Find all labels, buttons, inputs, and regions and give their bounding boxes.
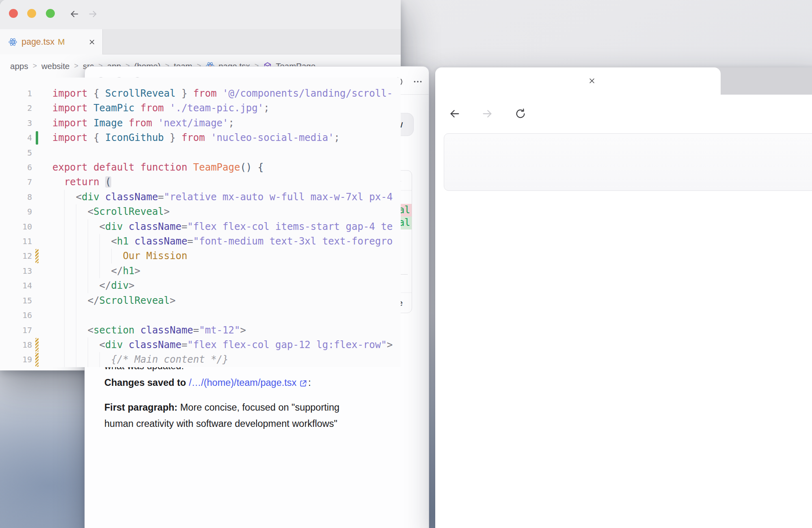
editor-tab-pagetsx[interactable]: page.tsx M [0,29,103,54]
line-number: 7 [0,175,32,189]
code-line[interactable]: 4import { IconGithub } from 'nucleo-soci… [0,130,401,145]
code-line[interactable]: 12 Our Mission [0,249,401,263]
gutter [32,160,39,175]
gutter [32,86,39,101]
editor-titlebar[interactable] [0,0,401,29]
close-button[interactable] [9,9,18,18]
browser-tab[interactable] [435,67,721,95]
code-text: import TeamPic from './team-pic.jpg'; [39,101,401,115]
line-number: 12 [0,249,32,263]
reload-button[interactable] [514,107,527,120]
editor-back-button[interactable] [69,8,80,19]
breadcrumb-item[interactable]: apps [10,61,28,71]
code-line[interactable]: 10 <div className="flex flex-col items-s… [0,219,401,234]
desktop: Made my changes, please write it into th… [0,0,812,528]
tab-file-name: page.tsx [22,37,54,47]
minimize-button[interactable] [27,9,36,18]
code-line[interactable]: 9 <ScrollReveal> [0,204,401,219]
editor-forward-button[interactable] [87,8,98,19]
code-line[interactable]: 7 return ( [0,175,401,189]
gutter [32,145,39,160]
chevron-right-separator: > [32,62,37,70]
line-number: 18 [0,338,32,352]
code-line[interactable]: 18 <div className="flex flex-col gap-12 … [0,338,401,352]
code-text: return ( [39,175,401,189]
code-line[interactable]: 13 </h1> [0,264,401,278]
code-line[interactable]: 11 <h1 className="font-medium text-3xl t… [0,234,401,249]
line-number: 8 [0,190,32,204]
code-area[interactable]: 1import { ScrollReveal } from '@/compone… [0,78,401,367]
code-line[interactable]: 15 </ScrollReveal> [0,293,401,308]
code-text: </ScrollReveal> [39,293,401,308]
forward-button[interactable] [481,107,494,120]
code-text: <h1 className="font-medium text-3xl text… [39,234,401,249]
changes-saved-label: Changes saved to [104,374,186,391]
code-text: <div className="flex flex-col items-star… [39,219,401,234]
first-paragraph-text: More concise, focused on "supporting [177,402,339,413]
reload-icon [514,108,527,120]
line-number: 19 [0,352,32,367]
line-number: 16 [0,308,32,322]
editor-tab-bar: page.tsx M [0,29,401,54]
back-arrow-icon [69,9,80,19]
code-line[interactable]: 3import Image from 'next/image'; [0,116,401,130]
close-tab-button[interactable] [88,38,96,46]
line-number: 1 [0,86,32,101]
close-tab-button[interactable] [586,75,598,87]
forward-arrow-icon [481,107,494,120]
modified-badge: M [58,37,65,47]
line-number: 11 [0,234,32,249]
back-button[interactable] [448,107,461,120]
external-link-icon[interactable] [299,379,307,387]
line-number: 2 [0,101,32,115]
line-number: 5 [0,145,32,160]
gutter [32,308,39,322]
gutter [32,219,39,234]
code-text: Our Mission [39,249,401,263]
gutter [32,234,39,249]
git-modified-indicator [32,352,39,367]
line-number: 6 [0,160,32,175]
react-file-icon [8,37,17,47]
line-number: 13 [0,264,32,278]
browser-content [435,133,812,528]
close-icon [588,77,596,85]
gutter [32,293,39,308]
code-line[interactable]: 16 [0,308,401,322]
code-text: </h1> [39,264,401,278]
code-line[interactable]: 5 [0,145,401,160]
code-text: {/* Main content */} [39,352,401,367]
code-line[interactable]: 8 <div className="relative mx-auto w-ful… [0,190,401,204]
file-link[interactable]: /…/(home)/team/page.tsx [189,374,296,391]
gutter [32,175,39,189]
gutter [32,101,39,115]
gutter [32,264,39,278]
line-number: 10 [0,219,32,234]
code-text: <div className="flex flex-col gap-12 lg:… [39,338,401,352]
code-text: export default function TeamPage() { [39,160,401,175]
code-line[interactable]: 14 </div> [0,278,401,293]
code-text: <section className="mt-12"> [39,323,401,338]
code-line[interactable]: 17 <section className="mt-12"> [0,323,401,338]
colon-text: : [308,374,311,391]
code-text: </div> [39,278,401,293]
code-line[interactable]: 1import { ScrollReveal } from '@/compone… [0,86,401,101]
code-text: <ScrollReveal> [39,204,401,219]
breadcrumb-item[interactable]: website [41,61,70,71]
chevron-right-separator: > [74,62,79,70]
line-number: 9 [0,204,32,219]
code-line[interactable]: 6export default function TeamPage() { [0,160,401,175]
more-icon [412,76,423,87]
git-modified-indicator [32,249,39,263]
code-line[interactable]: 19 {/* Main content */} [0,352,401,367]
browser-window [435,67,812,528]
code-line[interactable]: 2import TeamPic from './team-pic.jpg'; [0,101,401,115]
code-text [39,308,401,322]
code-editor-window: page.tsx M apps>website>src>app>(home)>t… [0,0,401,370]
browser-page-panel [444,133,812,191]
gutter [32,116,39,130]
zoom-button[interactable] [46,9,55,18]
more-options-button[interactable] [412,76,424,88]
code-text: import { IconGithub } from 'nucleo-socia… [39,130,401,145]
line-number: 14 [0,278,32,293]
